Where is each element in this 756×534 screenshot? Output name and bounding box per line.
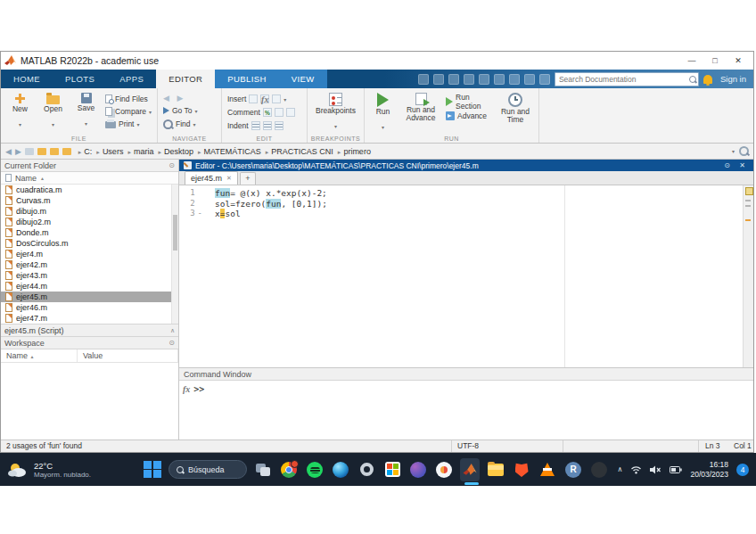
- run-button[interactable]: Run: [370, 91, 396, 133]
- comment-icon[interactable]: %: [263, 108, 272, 117]
- save-quick-icon[interactable]: [418, 74, 429, 85]
- workspace-column-header[interactable]: Name ▲ Value: [1, 349, 178, 363]
- fx-button[interactable]: fx: [183, 384, 190, 440]
- taskbar-search[interactable]: Búsqueda: [168, 460, 247, 479]
- insert-file-icon[interactable]: [272, 94, 281, 103]
- file-row[interactable]: cuadratica.m: [1, 185, 178, 195]
- redo-icon[interactable]: [494, 74, 505, 85]
- new-tab-button[interactable]: +: [240, 172, 256, 185]
- indent-row[interactable]: Indent: [227, 120, 301, 131]
- goto-button[interactable]: Go To: [163, 105, 216, 116]
- chrome-icon[interactable]: [279, 460, 299, 480]
- tab-view[interactable]: VIEW: [279, 70, 327, 88]
- community-icon[interactable]: [539, 74, 550, 85]
- office-icon[interactable]: [408, 460, 428, 480]
- tab-apps[interactable]: APPS: [107, 70, 156, 88]
- file-row-selected[interactable]: ejer45.m: [1, 292, 178, 302]
- new-button[interactable]: New: [6, 91, 34, 130]
- sign-in-link[interactable]: Sign in: [720, 74, 746, 84]
- insert-row[interactable]: Insert fx: [227, 94, 301, 104]
- tab-close-icon[interactable]: ✕: [226, 175, 232, 182]
- copy-icon[interactable]: [448, 74, 459, 85]
- editor-close-icon[interactable]: ✕: [739, 161, 749, 169]
- browse-folder-icon[interactable]: [37, 148, 46, 155]
- tab-home[interactable]: HOME: [1, 70, 53, 88]
- photos-icon[interactable]: [434, 460, 454, 480]
- brave-icon[interactable]: [512, 460, 531, 480]
- matlab-taskbar-icon[interactable]: [460, 460, 480, 480]
- insert-function-icon[interactable]: fx: [260, 94, 269, 103]
- back-forward-icons[interactable]: ◀ ▶: [163, 94, 216, 103]
- insert-section-icon[interactable]: [249, 94, 258, 103]
- workspace-menu-icon[interactable]: ⊙: [168, 339, 175, 347]
- compare-button[interactable]: Compare: [105, 106, 152, 117]
- breadcrumb-part[interactable]: Desktop: [154, 147, 194, 156]
- file-row[interactable]: Curvas.m: [1, 195, 178, 206]
- breadcrumb-dropdown-icon[interactable]: [732, 147, 735, 155]
- smart-indent-icon[interactable]: [251, 121, 260, 130]
- open-button[interactable]: Open: [39, 91, 67, 130]
- recent-folder-icon[interactable]: [50, 148, 59, 155]
- code-editor[interactable]: 1 2 3- fun= @(x) x.*exp(x)-2; sol=fzero(…: [179, 185, 753, 367]
- help-icon[interactable]: [524, 74, 535, 85]
- spotify-icon[interactable]: [305, 460, 325, 480]
- file-row[interactable]: ejer46.m: [1, 302, 178, 313]
- minimize-button[interactable]: —: [680, 56, 703, 65]
- breadcrumb-part[interactable]: PRACTICAS CNI: [262, 147, 334, 156]
- forward-icon[interactable]: ▶: [15, 147, 21, 156]
- file-row[interactable]: ejer4.m: [1, 249, 178, 259]
- file-row[interactable]: DosCirculos.m: [1, 238, 178, 249]
- breadcrumb-part[interactable]: maria: [124, 147, 154, 156]
- up-one-level-icon[interactable]: [25, 148, 34, 155]
- settings-icon[interactable]: [357, 460, 376, 480]
- current-folder-column-header[interactable]: Name ▲: [1, 172, 178, 185]
- indent-right-icon[interactable]: [263, 121, 272, 130]
- file-list-scrollbar[interactable]: [171, 185, 178, 324]
- tab-plots[interactable]: PLOTS: [53, 70, 107, 88]
- task-view-button[interactable]: [253, 460, 273, 480]
- battery-icon[interactable]: [670, 466, 682, 473]
- back-icon[interactable]: ◀: [5, 147, 12, 156]
- notification-bell-icon[interactable]: [703, 75, 712, 84]
- breadcrumb-part[interactable]: primero: [334, 147, 372, 156]
- current-folder-menu-icon[interactable]: ⊙: [168, 161, 175, 169]
- command-window[interactable]: fx >>: [179, 381, 753, 440]
- clock[interactable]: 16:18 20/03/2023: [690, 460, 728, 479]
- find-files-button[interactable]: Find Files: [105, 94, 152, 104]
- edge-icon[interactable]: [331, 460, 350, 480]
- wifi-icon[interactable]: [630, 465, 642, 474]
- file-row[interactable]: ejer47.m: [1, 313, 178, 324]
- microsoft-store-icon[interactable]: [382, 460, 402, 480]
- r-icon[interactable]: R: [563, 460, 583, 480]
- notification-badge[interactable]: 4: [736, 464, 749, 476]
- maximize-button[interactable]: □: [703, 56, 727, 65]
- file-explorer-icon[interactable]: [486, 460, 505, 480]
- message-indicator-bar[interactable]: [743, 185, 753, 367]
- breakpoints-button[interactable]: Breakpoints: [313, 91, 358, 132]
- folder-search-icon[interactable]: [739, 146, 749, 156]
- print-button[interactable]: Print: [105, 119, 152, 129]
- github-icon[interactable]: [589, 460, 609, 480]
- editor-tab-ejer45[interactable]: ejer45.m ✕: [185, 171, 238, 185]
- file-row[interactable]: dibujo.m: [1, 206, 178, 217]
- find-button[interactable]: Find: [163, 119, 216, 129]
- undo-icon[interactable]: [479, 74, 489, 85]
- run-section-button[interactable]: Run Section: [446, 96, 492, 107]
- line-number-gutter[interactable]: 1 2 3-: [179, 185, 206, 367]
- run-and-advance-button[interactable]: Run and Advance: [401, 91, 440, 123]
- breadcrumb-part[interactable]: MATEMÁTICAS: [194, 147, 262, 156]
- wrap-comments-icon[interactable]: [286, 108, 295, 117]
- current-folder-icon[interactable]: [62, 148, 71, 155]
- breadcrumb-part[interactable]: Users: [93, 147, 124, 156]
- advance-button[interactable]: Advance: [446, 111, 492, 121]
- paste-icon[interactable]: [464, 74, 474, 85]
- hidden-icons-chevron[interactable]: ∧: [618, 465, 623, 473]
- weather-widget[interactable]: 22°C Mayorm. nublado.: [0, 461, 143, 479]
- start-button[interactable]: [143, 460, 162, 480]
- command-window-header[interactable]: Command Window: [179, 367, 753, 381]
- tab-publish[interactable]: PUBLISH: [215, 70, 278, 88]
- file-row[interactable]: ejer42.m: [1, 259, 178, 270]
- run-and-time-button[interactable]: Run and Time: [497, 91, 533, 125]
- save-button[interactable]: Save: [72, 91, 100, 129]
- switch-window-icon[interactable]: [509, 74, 520, 85]
